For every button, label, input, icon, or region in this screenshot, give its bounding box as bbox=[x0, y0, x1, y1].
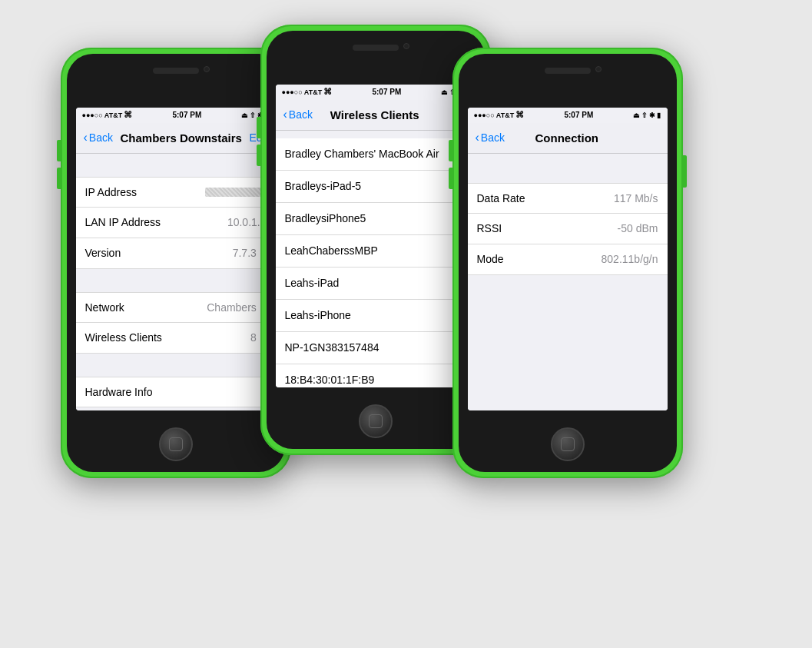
rssi-row: RSSI -50 dBm bbox=[468, 214, 668, 244]
wireless-clients-row[interactable]: Wireless Clients 8 › bbox=[76, 323, 276, 354]
volume-buttons-right bbox=[449, 140, 452, 189]
phone-left-speaker bbox=[153, 68, 199, 74]
list-item[interactable]: Leahs-iPhone › bbox=[276, 300, 476, 332]
phone-middle-client-list: Bradley Chambers' MacBook Air › Bradleys… bbox=[276, 131, 476, 387]
phone-middle-speaker bbox=[353, 45, 399, 51]
list-item[interactable]: Bradley Chambers' MacBook Air › bbox=[276, 138, 476, 171]
hardware-info-row[interactable]: Hardware Info › bbox=[76, 377, 276, 407]
list-item[interactable]: Bradleys-iPad-5 › bbox=[276, 171, 476, 203]
phone-left-camera bbox=[204, 66, 210, 72]
phone-right: ●●●○○ AT&T ⌘ 5:07 PM ⏏ ⇧ ✱ ▮ ‹ Bac bbox=[452, 48, 683, 478]
phone-left-status-bar: ●●●○○ AT&T ⌘ 5:07 PM ⏏ ⇧ ✱ ▮ bbox=[76, 108, 276, 123]
table-row: LAN IP Address 10.0.1.1 bbox=[76, 208, 276, 238]
phone-middle-nav-bar: ‹ Back Wireless Clients bbox=[276, 100, 476, 131]
phone-right-nav-bar: ‹ Back Connection bbox=[468, 123, 668, 154]
phone-middle-back-button[interactable]: ‹ Back bbox=[283, 108, 313, 121]
table-row[interactable]: Network Chambers › bbox=[76, 292, 276, 323]
volume-buttons bbox=[57, 140, 61, 189]
phone-left-group3: Hardware Info › bbox=[76, 377, 276, 407]
phone-right-status-bar: ●●●○○ AT&T ⌘ 5:07 PM ⏏ ⇧ ✱ ▮ bbox=[468, 108, 668, 123]
connection-group: Data Rate 117 Mb/s RSSI -50 dBm Mode 802… bbox=[468, 183, 668, 275]
list-item[interactable]: LeahChaberssMBP › bbox=[276, 235, 476, 268]
data-rate-row: Data Rate 117 Mb/s bbox=[468, 183, 668, 214]
phone-left-table: IP Address LAN IP Address 10.0.1.1 Versi… bbox=[76, 154, 276, 410]
volume-buttons-middle bbox=[257, 117, 260, 166]
table-row: IP Address bbox=[76, 177, 276, 208]
phone-middle-camera bbox=[403, 43, 409, 49]
list-item[interactable]: BradleysiPhone5 › bbox=[276, 203, 476, 235]
list-item[interactable]: 18:B4:30:01:1F:B9 › bbox=[276, 364, 476, 387]
phone-middle-status-bar: ●●●○○ AT&T ⌘ 5:07 PM ⏏ ⇧ ✱ ▮ bbox=[276, 85, 476, 100]
phones-container: ●●●○○ AT&T ⌘ 5:07 PM ⏏ ⇧ ✱ ▮ ‹ Bac bbox=[61, 25, 752, 624]
list-item[interactable]: NP-1GN383157484 › bbox=[276, 332, 476, 364]
status-carrier: ●●●○○ AT&T ⌘ bbox=[82, 110, 133, 120]
status-time: 5:07 PM bbox=[172, 111, 201, 119]
phone-left: ●●●○○ AT&T ⌘ 5:07 PM ⏏ ⇧ ✱ ▮ ‹ Bac bbox=[61, 48, 291, 478]
table-row[interactable]: Version 7.7.3 › bbox=[76, 238, 276, 269]
phone-left-nav-bar: ‹ Back Chambers Downstairs Edit bbox=[76, 123, 276, 154]
phone-left-home-button[interactable] bbox=[159, 427, 193, 461]
phone-right-nav-title: Connection bbox=[505, 131, 629, 145]
phone-left-group1: IP Address LAN IP Address 10.0.1.1 Versi… bbox=[76, 177, 276, 269]
phone-right-back-button[interactable]: ‹ Back bbox=[476, 131, 505, 144]
phone-right-camera bbox=[595, 66, 602, 72]
phone-left-back-button[interactable]: ‹ Back bbox=[84, 131, 113, 144]
phone-middle-nav-title: Wireless Clients bbox=[313, 108, 437, 121]
phone-right-speaker bbox=[545, 68, 591, 74]
phone-right-table: Data Rate 117 Mb/s RSSI -50 dBm Mode 802… bbox=[468, 160, 668, 410]
phone-left-nav-title: Chambers Downstairs bbox=[113, 131, 249, 145]
phone-middle-home-button[interactable] bbox=[359, 404, 393, 438]
ip-redacted bbox=[205, 188, 267, 197]
phone-left-group2: Network Chambers › Wireless Clients 8 › bbox=[76, 292, 276, 354]
power-button-right bbox=[683, 155, 687, 188]
mode-row: Mode 802.11b/g/n bbox=[468, 244, 668, 275]
phone-right-home-button[interactable] bbox=[551, 427, 585, 461]
phone-left-screen: ●●●○○ AT&T ⌘ 5:07 PM ⏏ ⇧ ✱ ▮ ‹ Bac bbox=[76, 108, 276, 410]
phone-right-screen: ●●●○○ AT&T ⌘ 5:07 PM ⏏ ⇧ ✱ ▮ ‹ Bac bbox=[468, 108, 668, 410]
phone-middle-screen: ●●●○○ AT&T ⌘ 5:07 PM ⏏ ⇧ ✱ ▮ ‹ Bac bbox=[276, 85, 476, 387]
list-item[interactable]: Leahs-iPad › bbox=[276, 268, 476, 300]
